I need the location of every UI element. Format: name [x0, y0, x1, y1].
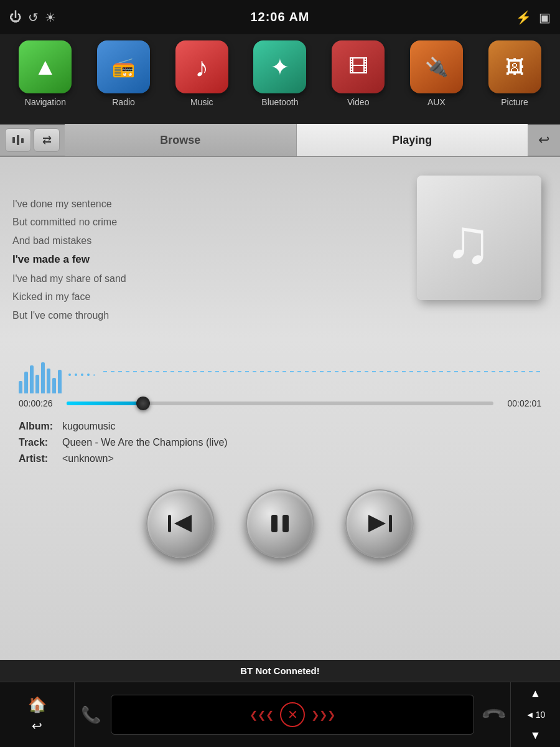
album-value: kugoumusic [62, 421, 115, 432]
app-aux[interactable]: 🔌 AUX [402, 40, 470, 107]
album-art-image: ♫ [417, 176, 541, 300]
volume-up-button[interactable]: ▲ [530, 687, 541, 700]
window-icon[interactable]: ▣ [539, 10, 551, 25]
progress-thumb[interactable] [136, 397, 150, 410]
lyric-line: I've had my share of sand [12, 271, 398, 287]
refresh-icon[interactable]: ↺ [28, 10, 39, 25]
picture-icon-btn[interactable]: 🖼 [488, 40, 541, 93]
app-picture[interactable]: 🖼 Picture [480, 40, 549, 107]
navigation-icon-btn[interactable]: ▲ [19, 40, 72, 93]
app-radio[interactable]: 📻 Radio [90, 40, 158, 107]
bluetooth-label: Bluetooth [261, 97, 298, 107]
radio-icon-btn[interactable]: 📻 [97, 40, 150, 93]
media-prev-arrows: ❮❮❮ [250, 709, 274, 721]
artist-value: <unknown> [62, 453, 114, 464]
media-stop-button[interactable]: ✕ [280, 702, 305, 727]
music-icon-btn[interactable]: ♪ [175, 40, 228, 93]
wave-bar [58, 370, 62, 393]
main-area: ⇄ Browse Playing ↩ I've done my sentence… [0, 125, 560, 660]
playback-controls [0, 477, 560, 576]
artist-label: Artist: [19, 453, 62, 464]
bottom-controls: 🏠 ↩ 📞 ❮❮❮ ✕ ❯❯❯ 📞 ▲ ◄ 10 ▼ [0, 682, 560, 747]
svg-rect-4 [168, 515, 171, 532]
album-art-area: ♫ [411, 169, 548, 306]
tab-playing[interactable]: Playing [297, 124, 528, 156]
volume-icon: ◄ [526, 710, 534, 720]
tab-bar: ⇄ Browse Playing ↩ [0, 125, 560, 157]
aux-label: AUX [427, 97, 446, 107]
lyric-line: But I've come through [12, 308, 398, 324]
media-next-arrows: ❯❯❯ [311, 709, 335, 721]
wave-dots-area [68, 356, 95, 393]
track-label: Track: [19, 437, 62, 448]
wave-bar [41, 362, 45, 393]
svg-marker-9 [368, 515, 386, 532]
progress-track[interactable] [67, 402, 493, 405]
phone-end-button[interactable]: 📞 [480, 701, 508, 729]
wave-line [103, 371, 541, 372]
track-value: Queen - We Are the Champions (live) [62, 437, 228, 448]
track-row: Track: Queen - We Are the Champions (liv… [19, 437, 541, 448]
lyric-line-highlight: I've made a few [12, 251, 398, 268]
music-label: Music [190, 97, 213, 107]
picture-label: Picture [501, 97, 528, 107]
bottom-left-nav: 🏠 ↩ [0, 682, 75, 747]
app-navigation[interactable]: ▲ Navigation [11, 40, 80, 107]
lyrics-area: I've done my sentence But committed no c… [12, 169, 398, 344]
back-nav-button[interactable]: ↩ [32, 718, 42, 733]
music-note-svg: ♫ [439, 200, 520, 275]
equalizer-button[interactable] [5, 128, 31, 152]
bottom-right-volume: ▲ ◄ 10 ▼ [510, 682, 560, 747]
clock-display: 12:06 AM [250, 10, 309, 24]
navigation-label: Navigation [25, 97, 66, 107]
tab-browse[interactable]: Browse [65, 124, 297, 156]
repeat-button[interactable]: ⇄ [34, 128, 60, 152]
power-icon[interactable]: ⏻ [9, 10, 22, 24]
tabs-container: Browse Playing [65, 124, 528, 156]
lyric-line: And bad mistakes [12, 233, 398, 249]
aux-icon-btn[interactable]: 🔌 [410, 40, 463, 93]
tab-controls: ⇄ [0, 128, 65, 152]
wave-dot [87, 374, 90, 376]
svg-marker-5 [174, 515, 192, 532]
next-button[interactable] [345, 489, 414, 558]
volume-down-button[interactable]: ▼ [530, 729, 541, 742]
app-bluetooth[interactable]: ✦ Bluetooth [246, 40, 314, 107]
phone-answer-button[interactable]: 📞 [81, 705, 101, 725]
brightness-icon[interactable]: ☀ [45, 10, 56, 25]
waveform-area [0, 350, 560, 393]
bluetooth-icon-btn[interactable]: ✦ [253, 40, 306, 93]
volume-label: ◄ 10 [526, 710, 545, 720]
lyric-line: I've done my sentence [12, 196, 398, 212]
prev-icon [168, 512, 193, 535]
track-info: Album: kugoumusic Track: Queen - We Are … [0, 413, 560, 477]
media-display: ❮❮❮ ✕ ❯❯❯ [111, 695, 474, 735]
prev-button[interactable] [146, 489, 215, 558]
progress-fill [67, 402, 143, 405]
app-video[interactable]: 🎞 Video [324, 40, 393, 107]
video-label: Video [347, 97, 370, 107]
svg-rect-2 [21, 138, 24, 143]
back-button[interactable]: ↩ [528, 124, 560, 156]
home-button[interactable]: 🏠 [28, 696, 47, 713]
bottom-bar: BT Not Conneted! 🏠 ↩ 📞 ❮❮❮ ✕ ❯❯❯ 📞 ▲ ◄ 1… [0, 660, 560, 747]
current-time: 00:00:26 [19, 398, 59, 408]
svg-rect-7 [282, 515, 289, 532]
pause-button[interactable] [246, 489, 314, 558]
artist-row: Artist: <unknown> [19, 453, 541, 464]
video-icon-btn[interactable]: 🎞 [332, 40, 385, 93]
wave-dot [81, 374, 83, 376]
svg-text:♫: ♫ [445, 206, 492, 275]
bottom-center-controls: 📞 ❮❮❮ ✕ ❯❯❯ 📞 [75, 695, 510, 735]
total-time: 00:02:01 [501, 398, 541, 408]
usb-icon: ⚡ [516, 10, 531, 25]
svg-rect-8 [389, 515, 392, 532]
wave-bar [19, 381, 22, 393]
svg-rect-0 [12, 137, 15, 143]
wave-bar [30, 365, 34, 393]
app-music[interactable]: ♪ Music [167, 40, 236, 107]
album-label: Album: [19, 421, 62, 432]
app-icons-row: ▲ Navigation 📻 Radio ♪ Music ✦ Bluetooth… [0, 34, 560, 125]
next-icon [367, 512, 392, 535]
volume-level: 10 [536, 710, 546, 720]
